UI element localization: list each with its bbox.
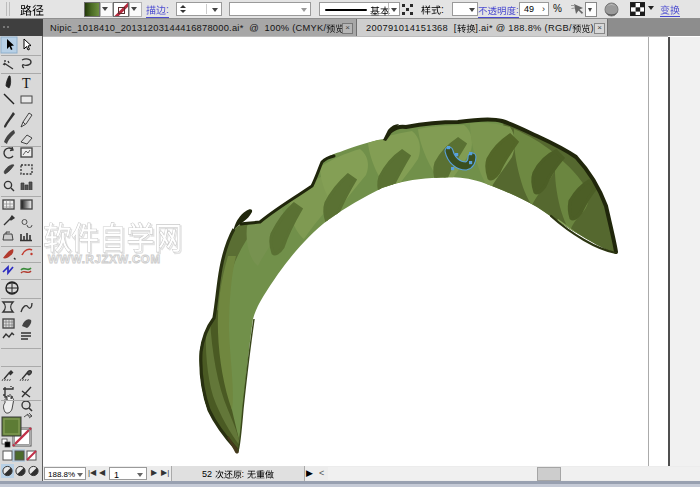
svg-text:T: T [22,76,31,91]
